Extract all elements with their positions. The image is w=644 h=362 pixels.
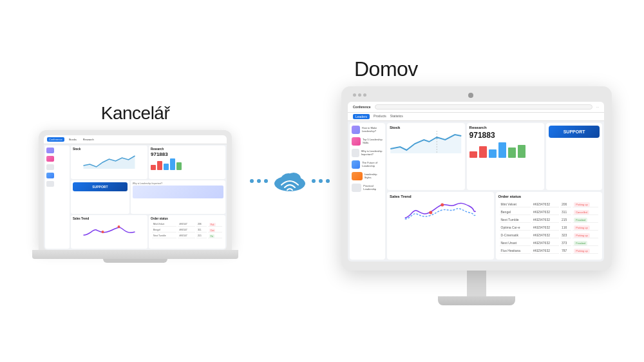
- monitor-sidebar-text-2: Top 5 Leadership Skills: [363, 138, 383, 144]
- table-row: Optima Car-e#KE547632116Picking up: [500, 224, 599, 231]
- table-row: Flux Hesitana#KE547632787Picking up: [500, 247, 599, 254]
- laptop-base: [32, 250, 238, 259]
- laptop-thumb-4: [46, 173, 54, 178]
- monitor-sidebar-item-2: Top 5 Leadership Skills: [352, 137, 383, 146]
- laptop-wrapper: Conference Stocks Research: [39, 130, 232, 259]
- laptop-dashboard: Conference Stocks Research: [44, 135, 227, 250]
- monitor-sidebar-text-5: Leadership Styles: [365, 173, 383, 179]
- laptop-why-img: [133, 186, 223, 198]
- monitor-sidebar: How to Make Leadership? Top 5 Leadership…: [350, 123, 385, 260]
- laptop-sidebar-item-5: [46, 181, 68, 187]
- monitor-screen: Conference ··· Leaders Products Statisti…: [348, 102, 604, 262]
- laptop-why-card: Why is Leadership Important?: [131, 180, 225, 214]
- monitor-thumb-2: [352, 137, 361, 146]
- monitor-top-bar: [348, 93, 605, 102]
- monitor-research-title: Research: [469, 126, 542, 129]
- laptop-bar-chart: [151, 157, 223, 170]
- monitor-support-banner: SUPPORT: [549, 126, 600, 138]
- monitor-sales-chart: [390, 200, 491, 222]
- monitor-camera: [468, 93, 473, 98]
- laptop-why-text: Why is Leadership Important?: [133, 182, 223, 185]
- monitor-url-bar: [375, 104, 592, 110]
- table-row: Next Unset#KE547632373Finished: [500, 240, 599, 246]
- svg-point-12: [440, 204, 444, 207]
- monitor-thumb-1: [352, 126, 360, 134]
- laptop-sidebar-item-1: [46, 148, 68, 153]
- monitor-order-table: Mint Velvet#KE547632206Picking up Bengel…: [498, 200, 600, 255]
- svg-marker-9: [390, 135, 461, 153]
- laptop-main: Stock Research: [71, 146, 225, 249]
- laptop-stock-title: Stock: [73, 148, 146, 151]
- laptop-label: Kancelář: [101, 103, 170, 124]
- laptop-section: Kancelář Conference Stocks Research: [26, 103, 245, 259]
- laptop-sales-title: Sales Trend: [73, 217, 146, 220]
- laptop-sales-card: Sales Trend: [71, 215, 147, 249]
- laptop-order-card: Order status Mint Velvet#KE547206Pick Be…: [149, 215, 225, 249]
- monitor-stand-neck: [467, 271, 486, 296]
- monitor-dot-2: [358, 93, 361, 97]
- monitor-section: Domov Conference: [335, 57, 618, 305]
- monitor-row-1: Stock: [387, 123, 602, 191]
- laptop-research-num: 971883: [151, 151, 223, 157]
- right-dots: [312, 179, 330, 183]
- monitor-bar-5: [508, 148, 516, 158]
- table-row: D-Cinematik#KE547632323Picking up: [500, 232, 599, 238]
- monitor-header-title: Conference: [353, 105, 371, 109]
- cloud-svg: [270, 166, 309, 196]
- laptop-bar-4: [170, 158, 175, 170]
- laptop-nav-stocks: Stocks: [67, 137, 79, 142]
- monitor-sales-title: Sales Trend: [390, 195, 491, 198]
- monitor-sidebar-text-3: Why is Leadership Important?: [361, 149, 383, 156]
- monitor-stock-title: Stock: [390, 126, 462, 129]
- laptop-stock-card: Stock: [71, 146, 147, 179]
- monitor-thumb-3: [352, 149, 359, 157]
- monitor-header-dots: ···: [596, 105, 599, 109]
- monitor-sidebar-item-5: Leadership Styles: [352, 172, 383, 180]
- cloud-wifi-icon: [270, 166, 309, 196]
- laptop-screen: Conference Stocks Research: [44, 135, 227, 250]
- laptop-bar-5: [176, 162, 182, 170]
- conn-dot-3: [264, 179, 268, 183]
- laptop-thumb-2: [46, 156, 54, 162]
- monitor-sidebar-item-1: How to Make Leadership?: [352, 126, 383, 134]
- monitor-sidebar-item-3: Why is Leadership Important?: [352, 149, 383, 157]
- monitor-bar-4: [498, 142, 506, 158]
- laptop-support-banner: SUPPORT: [73, 182, 128, 191]
- monitor-thumb-6: [352, 184, 361, 192]
- laptop-row-2: SUPPORT Why is Leadership Important?: [71, 180, 225, 214]
- laptop-sidebar-item-4: [46, 173, 68, 178]
- monitor-bar-1: [469, 151, 477, 158]
- monitor-bar-2: [479, 146, 487, 158]
- connection-row: [251, 166, 328, 196]
- conn-dot-6: [326, 179, 330, 183]
- table-row: Mint Velvet#KE547632206Picking up: [500, 201, 599, 207]
- monitor-stock-card: Stock: [387, 123, 465, 191]
- svg-point-11: [429, 211, 432, 214]
- monitor-thumb-5: [352, 172, 363, 180]
- monitor-bar-3: [489, 149, 497, 158]
- laptop-sidebar-item-2: [46, 156, 68, 162]
- main-scene: Kancelář Conference Stocks Research: [0, 0, 644, 362]
- laptop-db-header: Conference Stocks Research: [44, 135, 227, 144]
- table-row: Next Tumble#KE547215Fin: [152, 234, 222, 238]
- monitor-subnav-3: Statistics: [390, 114, 403, 119]
- laptop-order-table: Mint Velvet#KE547206Pick Bengel#KE547311…: [151, 221, 223, 240]
- laptop-row-1: Stock Research: [71, 146, 225, 179]
- monitor-dot-1: [353, 93, 356, 97]
- conn-dot-5: [319, 179, 323, 183]
- monitor-bezel: Conference ··· Leaders Products Statisti…: [341, 86, 612, 271]
- monitor-research-card: Research 971883: [467, 123, 545, 191]
- laptop-thumb-3: [46, 164, 54, 170]
- monitor-stock-chart: [390, 131, 462, 153]
- laptop-order-title: Order status: [151, 217, 223, 220]
- monitor-support-card: SUPPORT: [546, 123, 602, 191]
- monitor-sidebar-text-1: How to Make Leadership?: [362, 126, 383, 133]
- laptop-bar-2: [157, 161, 162, 170]
- monitor-subnav-active: Leaders: [353, 114, 370, 119]
- conn-dot-1: [250, 179, 254, 183]
- laptop-research-card: Research 971883: [149, 146, 225, 179]
- laptop-thumb-1: [46, 148, 54, 153]
- laptop-thumb-5: [46, 181, 54, 187]
- monitor-sidebar-item-4: The Future of Leadership: [352, 160, 383, 169]
- conn-dot-4: [312, 179, 316, 183]
